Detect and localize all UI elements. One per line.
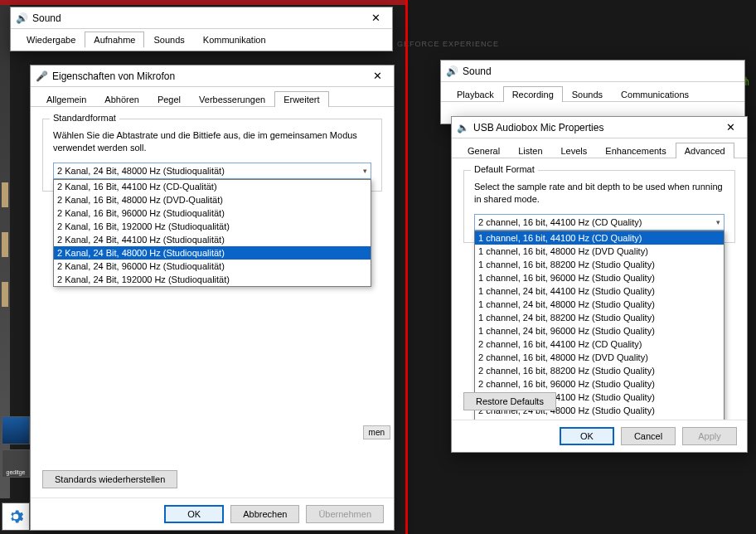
format-dropdown-de[interactable]: 2 Kanal, 16 Bit, 44100 Hz (CD-Qualität)2… [53, 179, 371, 287]
taskbar-icon-gedit[interactable]: geditge [2, 449, 30, 478]
window-title: Sound [463, 66, 492, 77]
restore-defaults-button[interactable]: Standards wiederherstellen [42, 470, 177, 488]
mic-properties-de: 🎤 Eigenschaften von Mikrofon ✕ Allgemein… [30, 65, 395, 531]
window-title: Sound [32, 12, 61, 24]
format-option[interactable]: 1 channel, 16 bit, 44100 Hz (CD Quality) [475, 231, 724, 245]
gear-icon [7, 508, 24, 525]
format-option[interactable]: 2 Kanal, 24 Bit, 44100 Hz (Studioqualitä… [54, 233, 371, 246]
format-option[interactable]: 1 channel, 24 bit, 48000 Hz (Studio Qual… [475, 298, 724, 311]
sound-tabs-en: PlaybackRecordingSoundsCommunications [441, 82, 744, 102]
speaker-icon: 🔊 [16, 12, 27, 24]
window-title: Eigenschaften von Mikrofon [52, 70, 175, 82]
tab-verbesserungen[interactable]: Verbesserungen [190, 91, 274, 107]
bg-accent-top [0, 0, 405, 5]
prop-tabs-de: AllgemeinAbhörenPegelVerbesserungenErwei… [31, 87, 394, 107]
format-option[interactable]: 2 channel, 16 bit, 48000 Hz (DVD Quality… [475, 351, 724, 364]
tab-communications[interactable]: Communications [612, 86, 698, 102]
chevron-down-icon: ▾ [363, 167, 367, 175]
sound-tabs-de: WiedergabeAufnahmeSoundsKommunikation [11, 29, 392, 46]
tab-advanced[interactable]: Advanced [676, 143, 734, 158]
default-format-group: Standardformat Wählen Sie die Abtastrate… [42, 119, 382, 192]
titlebar[interactable]: 🎤 Eigenschaften von Mikrofon ✕ [31, 66, 394, 87]
ok-button[interactable]: OK [164, 505, 224, 523]
format-dropdown-en[interactable]: 1 channel, 16 bit, 44100 Hz (CD Quality)… [474, 231, 724, 444]
group-legend: Default Format [471, 164, 538, 174]
group-legend: Standardformat [50, 113, 119, 123]
cancel-button[interactable]: Abbrechen [230, 505, 299, 523]
taskbar-icon-settings[interactable] [2, 502, 30, 531]
group-description: Select the sample rate and bit depth to … [474, 181, 724, 206]
format-combobox[interactable]: 2 Kanal, 24 Bit, 48000 Hz (Studioqualitä… [53, 163, 371, 179]
dialog-buttons: OK Abbrechen Übernehmen [31, 498, 394, 530]
apply-button[interactable]: Übernehmen [306, 505, 384, 523]
partial-button[interactable]: men [363, 425, 390, 439]
tab-kommunikation[interactable]: Kommunikation [194, 32, 275, 47]
format-option[interactable]: 1 channel, 24 bit, 88200 Hz (Studio Qual… [475, 311, 724, 324]
chevron-down-icon: ▾ [716, 218, 720, 226]
format-option[interactable]: 2 Kanal, 16 Bit, 96000 Hz (Studioqualitä… [54, 206, 371, 220]
tab-sounds[interactable]: Sounds [144, 32, 193, 47]
format-option[interactable]: 1 channel, 16 bit, 96000 Hz (Studio Qual… [475, 271, 724, 284]
format-option[interactable]: 2 Kanal, 24 Bit, 96000 Hz (Studioqualitä… [54, 260, 371, 273]
close-icon[interactable]: ✕ [364, 10, 387, 27]
tab-abhören[interactable]: Abhören [95, 91, 148, 107]
tab-allgemein[interactable]: Allgemein [37, 91, 95, 107]
format-option[interactable]: 2 channel, 16 bit, 44100 Hz (CD Quality) [475, 337, 724, 351]
sound-window-en: 🔊 Sound PlaybackRecordingSoundsCommunica… [440, 60, 745, 124]
tab-pegel[interactable]: Pegel [148, 91, 190, 107]
format-option[interactable]: 1 channel, 24 bit, 44100 Hz (Studio Qual… [475, 284, 724, 298]
window-title: USB Audiobox Mic Properties [473, 122, 603, 134]
format-option[interactable]: 1 channel, 16 bit, 48000 Hz (DVD Quality… [475, 245, 724, 258]
format-option[interactable]: 2 Kanal, 24 Bit, 48000 Hz (Studioqualitä… [54, 246, 371, 260]
bg-thumb [2, 232, 8, 257]
format-option[interactable]: 1 channel, 24 bit, 96000 Hz (Studio Qual… [475, 324, 724, 337]
cancel-button[interactable]: Cancel [621, 427, 676, 445]
tab-wiedergabe[interactable]: Wiedergabe [17, 32, 85, 47]
tab-erweitert[interactable]: Erweitert [274, 91, 328, 107]
format-option[interactable]: 2 Kanal, 16 Bit, 48000 Hz (DVD-Qualität) [54, 193, 371, 206]
format-combobox[interactable]: 2 channel, 16 bit, 44100 Hz (CD Quality)… [474, 214, 724, 231]
combobox-value: 2 Kanal, 24 Bit, 48000 Hz (Studioqualitä… [57, 166, 225, 176]
titlebar[interactable]: 🔈 USB Audiobox Mic Properties ✕ [452, 117, 747, 138]
comparison-divider [405, 0, 408, 534]
titlebar[interactable]: 🔊 Sound [441, 61, 744, 82]
geforce-banner: GEFORCE EXPERIENCE [397, 40, 499, 48]
format-option[interactable]: 2 Kanal, 16 Bit, 192000 Hz (Studioqualit… [54, 220, 371, 233]
close-icon[interactable]: ✕ [366, 68, 389, 85]
speaker-icon: 🔊 [446, 66, 458, 77]
taskbar-icon-app[interactable] [2, 416, 30, 444]
bg-thumb [2, 182, 8, 207]
tab-enhancements[interactable]: Enhancements [596, 143, 675, 158]
format-option[interactable]: 2 channel, 16 bit, 96000 Hz (Studio Qual… [475, 377, 724, 391]
tab-general[interactable]: General [458, 143, 509, 158]
tab-recording[interactable]: Recording [503, 86, 563, 102]
dialog-buttons: OK Cancel Apply [452, 420, 747, 452]
close-icon[interactable]: ✕ [719, 119, 742, 136]
combobox-value: 2 channel, 16 bit, 44100 Hz (CD Quality) [478, 217, 642, 227]
restore-defaults-button[interactable]: Restore Defaults [463, 392, 556, 410]
sound-window-de: 🔊 Sound ✕ WiedergabeAufnahmeSoundsKommun… [10, 7, 393, 51]
format-option[interactable]: 2 channel, 16 bit, 88200 Hz (Studio Qual… [475, 364, 724, 377]
mic-properties-en: 🔈 USB Audiobox Mic Properties ✕ GeneralL… [451, 116, 748, 453]
tab-aufnahme[interactable]: Aufnahme [85, 32, 144, 47]
bg-thumb [2, 282, 8, 307]
tab-playback[interactable]: Playback [448, 86, 503, 102]
group-description: Wählen Sie die Abtastrate und die Bittie… [53, 129, 371, 154]
tab-listen[interactable]: Listen [509, 143, 551, 158]
default-format-group: Default Format Select the sample rate an… [463, 170, 735, 243]
microphone-icon: 🎤 [36, 70, 47, 82]
format-option[interactable]: 2 Kanal, 24 Bit, 192000 Hz (Studioqualit… [54, 273, 371, 286]
ok-button[interactable]: OK [560, 427, 614, 445]
speaker-icon: 🔈 [457, 122, 468, 134]
format-option[interactable]: 1 channel, 16 bit, 88200 Hz (Studio Qual… [475, 258, 724, 271]
format-option[interactable]: 2 Kanal, 16 Bit, 44100 Hz (CD-Qualität) [54, 180, 371, 193]
tab-levels[interactable]: Levels [552, 143, 597, 158]
titlebar[interactable]: 🔊 Sound ✕ [11, 7, 392, 29]
prop-tabs-en: GeneralListenLevelsEnhancementsAdvanced [452, 138, 747, 158]
tab-sounds[interactable]: Sounds [563, 86, 612, 102]
apply-button[interactable]: Apply [682, 427, 737, 445]
